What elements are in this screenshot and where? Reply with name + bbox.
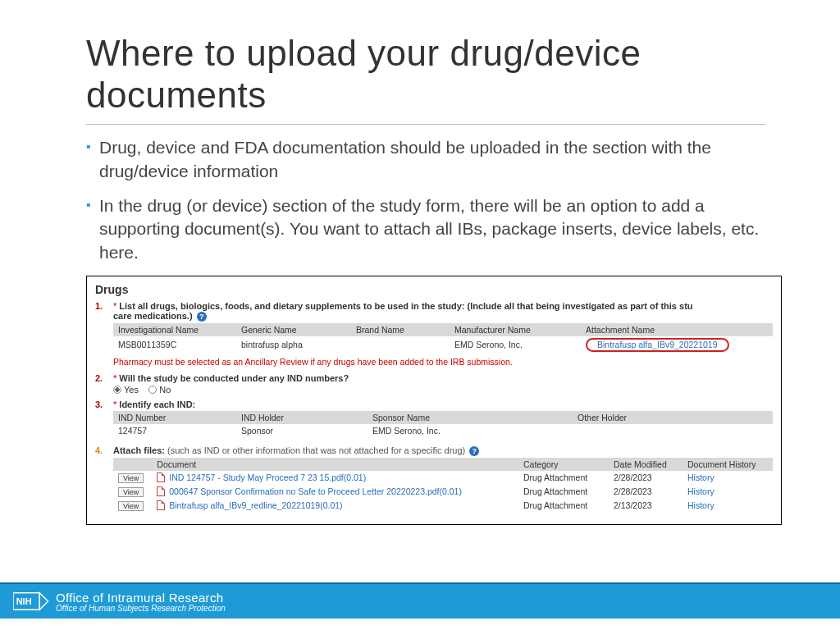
- footer-line-1: Office of Intramural Research: [56, 591, 226, 605]
- cell-generic: bintrafusp alpha: [236, 336, 351, 354]
- question-3: 3. * Identify each IND:: [113, 399, 773, 409]
- svg-text:NIH: NIH: [16, 596, 32, 606]
- q1-number: 1.: [95, 301, 103, 311]
- col-document: Document: [152, 458, 518, 471]
- col-category: Category: [518, 458, 609, 471]
- col-date: Date Modified: [609, 458, 682, 471]
- footer: NIH Office of Intramural Research Office…: [0, 582, 840, 619]
- help-icon[interactable]: ?: [469, 446, 479, 456]
- col-attachment: Attachment Name: [581, 323, 773, 336]
- view-button[interactable]: View: [118, 487, 144, 497]
- col-ind-holder: IND Holder: [236, 411, 368, 424]
- table-row: 124757 Sponsor EMD Serono, Inc.: [113, 424, 773, 437]
- doc-link[interactable]: Bintrafusp alfa_IBv9_redline_20221019(0.…: [169, 500, 342, 510]
- attach-table: Document Category Date Modified Document…: [113, 458, 773, 513]
- col-sponsor: Sponsor Name: [368, 411, 573, 424]
- cell-brand: [351, 336, 450, 354]
- footer-text: Office of Intramural Research Office of …: [56, 591, 226, 613]
- pharmacy-warning: Pharmacy must be selected as an Ancillar…: [113, 357, 773, 367]
- col-investigational-name: Investigational Name: [113, 323, 236, 336]
- history-link[interactable]: History: [687, 500, 714, 510]
- ind-table: IND Number IND Holder Sponsor Name Other…: [113, 411, 773, 437]
- q4-number: 4.: [95, 445, 103, 455]
- question-2: 2. * Will the study be conducted under a…: [113, 373, 773, 383]
- cell-date: 2/28/2023: [609, 471, 682, 485]
- pdf-icon: [157, 472, 165, 482]
- pdf-icon: [157, 486, 165, 496]
- yes-label: Yes: [124, 385, 139, 395]
- cell-ind-number: 124757: [113, 424, 236, 437]
- no-label: No: [159, 385, 171, 395]
- view-button[interactable]: View: [118, 501, 144, 511]
- question-4: 4. Attach files: (such as IND or other i…: [113, 445, 773, 456]
- yes-no-group: Yes No: [113, 385, 773, 395]
- cell-sponsor: EMD Serono, Inc.: [368, 424, 573, 437]
- cell-attachment[interactable]: Bintrafusp alfa_IBv9_20221019: [581, 336, 773, 354]
- cell-category: Drug Attachment: [518, 471, 609, 485]
- cell-date: 2/13/2023: [609, 499, 682, 513]
- q2-number: 2.: [95, 373, 103, 383]
- table-row: View 000647 Sponsor Confirmation no Safe…: [113, 485, 773, 499]
- bullet-item: Drug, device and FDA documentation shoul…: [86, 136, 766, 183]
- q4-subtext: (such as IND or other information that w…: [167, 445, 465, 455]
- cell-category: Drug Attachment: [518, 499, 609, 513]
- col-history: Document History: [682, 458, 773, 471]
- question-1: 1. * List all drugs, biologics, foods, a…: [113, 301, 773, 322]
- q3-text: Identify each IND:: [119, 399, 195, 409]
- col-generic-name: Generic Name: [236, 323, 351, 336]
- doc-link[interactable]: IND 124757 - Study May Proceed 7 23 15.p…: [169, 472, 366, 482]
- cell-other: [573, 424, 773, 437]
- attachment-link[interactable]: Bintrafusp alfa_IBv9_20221019: [586, 338, 729, 352]
- q4-text: Attach files:: [113, 445, 165, 455]
- cell-manufacturer: EMD Serono, Inc.: [450, 336, 581, 354]
- col-brand-name: Brand Name: [351, 323, 450, 336]
- history-link[interactable]: History: [687, 472, 714, 482]
- bullet-item: In the drug (or device) section of the s…: [86, 194, 766, 264]
- table-row: MSB0011359C bintrafusp alpha EMD Serono,…: [113, 336, 773, 354]
- table-row: View Bintrafusp alfa_IBv9_redline_202210…: [113, 499, 773, 513]
- slide-title: Where to upload your drug/device documen…: [86, 33, 766, 125]
- drugs-table: Investigational Name Generic Name Brand …: [113, 323, 773, 354]
- help-icon[interactable]: ?: [197, 312, 207, 322]
- radio-yes[interactable]: [113, 386, 121, 394]
- bullet-list: Drug, device and FDA documentation shoul…: [86, 136, 766, 264]
- q1-text: List all drugs, biologics, foods, and di…: [119, 301, 692, 311]
- col-blank: [113, 458, 152, 471]
- q1-text-cont: care medications.): [113, 311, 193, 321]
- col-manufacturer: Manufacturer Name: [450, 323, 581, 336]
- nih-logo: NIH: [13, 591, 49, 612]
- panel-heading: Drugs: [95, 283, 773, 296]
- cell-ind-holder: Sponsor: [236, 424, 368, 437]
- col-other-holder: Other Holder: [573, 411, 773, 424]
- cell-date: 2/28/2023: [609, 485, 682, 499]
- cell-category: Drug Attachment: [518, 485, 609, 499]
- required-asterisk: *: [113, 399, 116, 409]
- view-button[interactable]: View: [118, 473, 144, 483]
- drugs-panel: Drugs 1. * List all drugs, biologics, fo…: [86, 276, 782, 525]
- table-row: View IND 124757 - Study May Proceed 7 23…: [113, 471, 773, 485]
- q2-text: Will the study be conducted under any IN…: [119, 373, 349, 383]
- cell-investigational: MSB0011359C: [113, 336, 236, 354]
- history-link[interactable]: History: [687, 486, 714, 496]
- footer-line-2: Office of Human Subjects Research Protec…: [56, 604, 226, 613]
- q3-number: 3.: [95, 399, 103, 409]
- required-asterisk: *: [113, 373, 116, 383]
- svg-marker-1: [39, 593, 48, 610]
- col-ind-number: IND Number: [113, 411, 236, 424]
- pdf-icon: [157, 500, 165, 510]
- doc-link[interactable]: 000647 Sponsor Confirmation no Safe to P…: [169, 486, 462, 496]
- required-asterisk: *: [113, 301, 116, 311]
- radio-no[interactable]: [148, 386, 157, 394]
